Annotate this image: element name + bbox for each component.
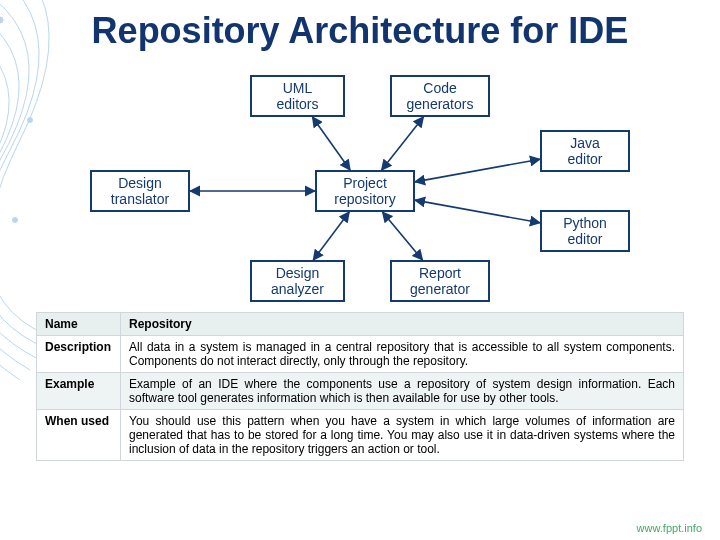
table-header-value: Repository bbox=[121, 313, 684, 336]
node-python-editor: Python editor bbox=[540, 210, 630, 252]
row-value: Example of an IDE where the components u… bbox=[121, 373, 684, 410]
svg-line-5 bbox=[382, 117, 424, 170]
row-label: Description bbox=[37, 336, 121, 373]
node-java-editor: Java editor bbox=[540, 130, 630, 172]
row-label: When used bbox=[37, 410, 121, 461]
node-uml-editors: UML editors bbox=[250, 75, 345, 117]
node-design-translator: Design translator bbox=[90, 170, 190, 212]
row-label: Example bbox=[37, 373, 121, 410]
svg-line-10 bbox=[383, 212, 423, 260]
architecture-diagram: UML editorsCode generatorsDesign transla… bbox=[85, 70, 645, 310]
svg-line-4 bbox=[312, 117, 350, 170]
svg-line-7 bbox=[415, 159, 540, 182]
svg-point-1 bbox=[28, 118, 33, 123]
table-header-label: Name bbox=[37, 313, 121, 336]
svg-point-2 bbox=[13, 218, 18, 223]
row-value: All data in a system is managed in a cen… bbox=[121, 336, 684, 373]
node-report-generator: Report generator bbox=[390, 260, 490, 302]
node-design-analyzer: Design analyzer bbox=[250, 260, 345, 302]
page-title: Repository Architecture for IDE bbox=[0, 10, 720, 52]
svg-line-9 bbox=[313, 212, 349, 260]
pattern-table: Name Repository Description All data in … bbox=[36, 312, 684, 461]
node-code-generators: Code generators bbox=[390, 75, 490, 117]
node-project-repository: Project repository bbox=[315, 170, 415, 212]
svg-line-8 bbox=[415, 200, 540, 223]
footer-link: www.fppt.info bbox=[637, 522, 702, 534]
row-value: You should use this pattern when you hav… bbox=[121, 410, 684, 461]
